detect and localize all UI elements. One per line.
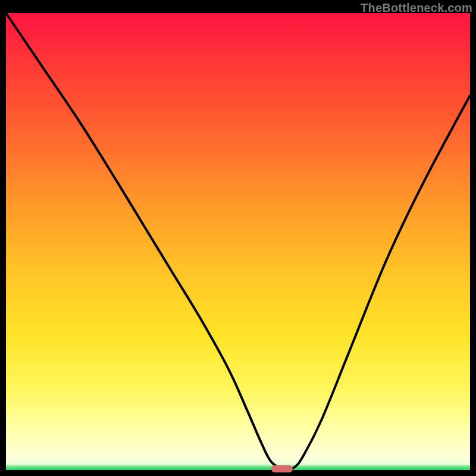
bottleneck-curve <box>6 13 470 469</box>
curve-svg <box>6 13 470 470</box>
plot-area <box>6 13 470 470</box>
optimal-marker <box>271 465 293 472</box>
chart-stage: TheBottleneck.com <box>0 0 476 476</box>
